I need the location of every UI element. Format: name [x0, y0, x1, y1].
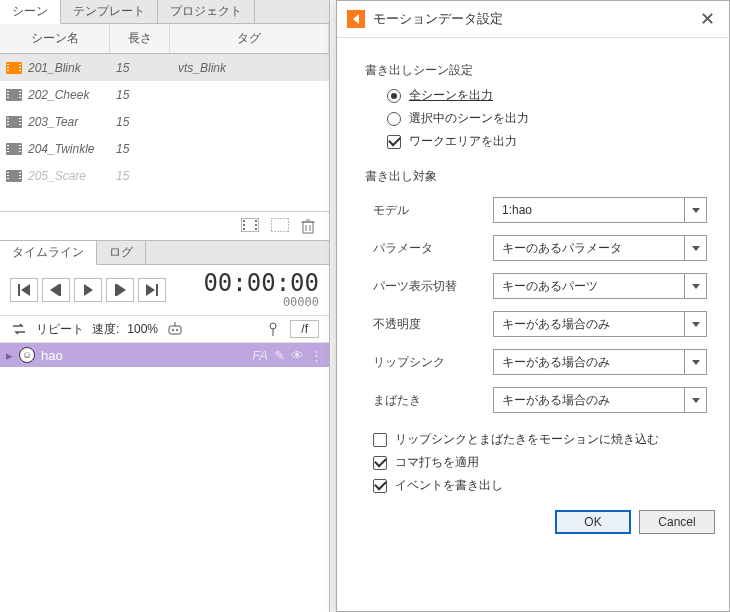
- edit-icon[interactable]: ✎: [274, 348, 285, 363]
- scene-row[interactable]: 201_Blink 15 vts_Blink: [0, 54, 329, 81]
- svg-rect-3: [243, 228, 245, 230]
- scene-rows: 201_Blink 15 vts_Blink 202_Cheek 15 203_…: [0, 54, 329, 212]
- check-icon: [373, 433, 387, 447]
- scene-columns: シーン名 長さ タグ: [0, 24, 329, 54]
- menu-icon[interactable]: ⋮: [310, 348, 323, 363]
- svg-point-26: [270, 323, 276, 329]
- scene-name: 205_Scare: [28, 169, 110, 183]
- step-forward-button[interactable]: [106, 278, 134, 302]
- svg-marker-14: [21, 284, 30, 296]
- scene-row[interactable]: 202_Cheek 15: [0, 81, 329, 108]
- chevron-down-icon: [684, 350, 706, 374]
- marker-icon[interactable]: [264, 320, 282, 338]
- speed-bar: リピート 速度: 100% /f: [0, 316, 329, 343]
- svg-point-24: [176, 329, 178, 331]
- film-icon: [0, 89, 28, 101]
- duplicate-scene-icon[interactable]: [271, 218, 289, 234]
- skip-end-button[interactable]: [138, 278, 166, 302]
- svg-rect-8: [303, 222, 313, 233]
- check-event[interactable]: イベントを書き出し: [373, 477, 707, 494]
- check-label: リップシンクとまばたきをモーションに焼き込む: [395, 431, 659, 448]
- track-tag: FA: [252, 348, 268, 363]
- parts-select[interactable]: キーのあるパーツ: [493, 273, 707, 299]
- svg-rect-6: [255, 228, 257, 230]
- check-label: イベントを書き出し: [395, 477, 503, 494]
- scene-panel: シーン テンプレート プロジェクト シーン名 長さ タグ 201_Blink 1…: [0, 0, 330, 612]
- timecode-main: 00:00:00: [203, 271, 319, 295]
- check-icon: [373, 479, 387, 493]
- delete-scene-icon[interactable]: [301, 218, 315, 234]
- repeat-icon[interactable]: [10, 320, 28, 338]
- svg-marker-19: [117, 284, 126, 296]
- tab-project[interactable]: プロジェクト: [158, 0, 255, 23]
- scene-toolbar: [0, 212, 329, 241]
- svg-marker-15: [50, 284, 59, 296]
- add-scene-icon[interactable]: [241, 218, 259, 234]
- svg-rect-22: [169, 326, 181, 334]
- svg-marker-28: [353, 14, 359, 24]
- speed-value[interactable]: 100%: [127, 322, 158, 336]
- tab-timeline[interactable]: タイムライン: [0, 241, 97, 265]
- field-label: 不透明度: [373, 316, 493, 333]
- check-icon: [387, 135, 401, 149]
- check-workarea[interactable]: ワークエリアを出力: [387, 133, 707, 150]
- svg-marker-17: [84, 284, 93, 296]
- check-label: コマ打ちを適用: [395, 454, 479, 471]
- sub-tabs: タイムライン ログ: [0, 241, 329, 265]
- cancel-button[interactable]: Cancel: [639, 510, 715, 534]
- scene-row[interactable]: 205_Scare 15: [0, 162, 329, 189]
- expand-icon[interactable]: ▸: [6, 348, 13, 363]
- svg-rect-16: [59, 284, 61, 296]
- field-label: パラメータ: [373, 240, 493, 257]
- field-parts: パーツ表示切替 キーのあるパーツ: [373, 273, 707, 299]
- check-icon: [373, 456, 387, 470]
- film-icon: [0, 62, 28, 74]
- parameter-select[interactable]: キーのあるパラメータ: [493, 235, 707, 261]
- scene-length: 15: [110, 88, 170, 102]
- radio-all-scenes[interactable]: 全シーンを出力: [387, 87, 707, 104]
- svg-rect-7: [271, 218, 289, 232]
- radio-icon: [387, 112, 401, 126]
- model-select[interactable]: 1:hao: [493, 197, 707, 223]
- close-button[interactable]: ✕: [695, 7, 719, 31]
- scene-name: 201_Blink: [28, 61, 110, 75]
- track-name: hao: [41, 348, 63, 363]
- scene-row[interactable]: 203_Tear 15: [0, 108, 329, 135]
- select-value: 1:hao: [502, 203, 532, 217]
- check-koma[interactable]: コマ打ちを適用: [373, 454, 707, 471]
- chevron-down-icon: [684, 388, 706, 412]
- step-back-button[interactable]: [42, 278, 70, 302]
- svg-rect-4: [255, 220, 257, 222]
- tab-scene[interactable]: シーン: [0, 0, 61, 24]
- radio-selected-scene[interactable]: 選択中のシーンを出力: [387, 110, 707, 127]
- select-value: キーがある場合のみ: [502, 354, 610, 371]
- opacity-select[interactable]: キーがある場合のみ: [493, 311, 707, 337]
- robot-icon[interactable]: [166, 320, 184, 338]
- check-label: ワークエリアを出力: [409, 133, 517, 150]
- blink-select[interactable]: キーがある場合のみ: [493, 387, 707, 413]
- lipsync-select[interactable]: キーがある場合のみ: [493, 349, 707, 375]
- app-logo-icon: [347, 10, 365, 28]
- section-export-scene: 書き出しシーン設定: [365, 62, 707, 79]
- frame-unit-field[interactable]: /f: [290, 320, 319, 338]
- film-icon: [0, 170, 28, 182]
- ok-button[interactable]: OK: [555, 510, 631, 534]
- visibility-icon[interactable]: 👁: [291, 348, 304, 363]
- scene-name: 204_Twinkle: [28, 142, 110, 156]
- check-bake[interactable]: リップシンクとまばたきをモーションに焼き込む: [373, 431, 707, 448]
- svg-rect-1: [243, 220, 245, 222]
- tab-template[interactable]: テンプレート: [61, 0, 158, 23]
- tab-log[interactable]: ログ: [97, 241, 146, 264]
- field-lipsync: リップシンク キーがある場合のみ: [373, 349, 707, 375]
- svg-point-23: [172, 329, 174, 331]
- field-opacity: 不透明度 キーがある場合のみ: [373, 311, 707, 337]
- col-scene-name: シーン名: [0, 24, 110, 53]
- timeline-track[interactable]: ▸ ☺ hao FA ✎ 👁 ⋮: [0, 343, 329, 367]
- chevron-down-icon: [684, 198, 706, 222]
- film-icon: [0, 116, 28, 128]
- svg-rect-21: [156, 284, 158, 296]
- skip-start-button[interactable]: [10, 278, 38, 302]
- dialog-title: モーションデータ設定: [373, 10, 503, 28]
- play-button[interactable]: [74, 278, 102, 302]
- scene-row[interactable]: 204_Twinkle 15: [0, 135, 329, 162]
